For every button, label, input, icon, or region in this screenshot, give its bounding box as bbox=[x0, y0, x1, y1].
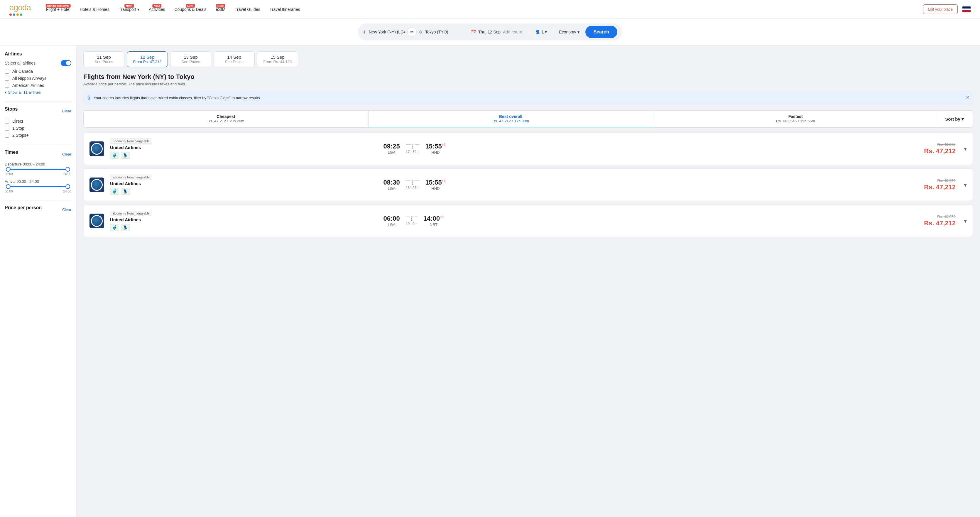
info-icon: ℹ bbox=[88, 94, 90, 101]
date-field[interactable]: 📅 Thu, 12 Sep Add return bbox=[466, 30, 527, 34]
nav-flight-hotel[interactable]: Bundle and save! Flight + Hotel bbox=[43, 5, 74, 14]
date-tab-3[interactable]: 14 Sep See Prices bbox=[213, 51, 255, 67]
arr-suffix-2: +1 bbox=[440, 215, 444, 219]
all-nippon-checkbox[interactable] bbox=[5, 76, 10, 81]
arr-suffix-1: +1 bbox=[442, 179, 446, 183]
stops-clear[interactable]: Clear bbox=[62, 109, 71, 113]
times-clear[interactable]: Clear bbox=[62, 152, 71, 156]
sort-cheapest-label: Cheapest bbox=[88, 114, 364, 119]
price-block-0: Rs. 40,052 Rs. 47,212 bbox=[924, 142, 956, 155]
flight-icons-0: 🧳 💺 bbox=[110, 152, 377, 159]
luggage-icon-0: 🧳 bbox=[110, 152, 119, 159]
nav-activities[interactable]: New! Activities bbox=[145, 5, 169, 14]
dep-start-label: 00:00 bbox=[5, 172, 13, 176]
destination-field[interactable]: ✈ bbox=[419, 29, 461, 35]
arr-time-2: 14:00+1 bbox=[423, 215, 444, 223]
stop-2plus[interactable]: 2 Stops+ bbox=[5, 133, 71, 138]
tab-day-3: 14 Sep bbox=[220, 54, 248, 60]
nav-travel-itineraries[interactable]: Travel Itineraries bbox=[266, 5, 304, 14]
sort-fastest[interactable]: Fastest Rs. 601,545 • 15h 55m bbox=[653, 111, 938, 127]
main-nav: Bundle and save! Flight + Hotel Hotels &… bbox=[43, 5, 923, 14]
uk-flag-icon[interactable] bbox=[963, 6, 970, 12]
expand-button-1[interactable]: ▾ bbox=[964, 181, 967, 188]
dep-time-block-0: 09:25 LGA bbox=[383, 143, 399, 154]
duration-dash-right-1 bbox=[415, 180, 419, 181]
destination-input[interactable] bbox=[425, 30, 461, 34]
search-button[interactable]: Search bbox=[585, 26, 617, 38]
header-right: List your place bbox=[923, 5, 970, 14]
flights-heading: Flights from New York (NY) to Tokyo bbox=[83, 73, 973, 81]
stop-1[interactable]: 1 Stop bbox=[5, 126, 71, 130]
sidebar: Airlines Select all airlines Air Canada … bbox=[0, 46, 76, 517]
airline-american[interactable]: American Airlines bbox=[5, 83, 71, 88]
air-canada-label: Air Canada bbox=[12, 69, 33, 74]
arrival-slider[interactable] bbox=[6, 186, 70, 187]
expand-button-2[interactable]: ▾ bbox=[964, 218, 967, 224]
nav-esim[interactable]: New! eSIM bbox=[212, 5, 229, 14]
date-tab-0[interactable]: 11 Sep See Prices bbox=[83, 51, 124, 67]
nav-transport[interactable]: New! Transport ▾ bbox=[115, 5, 143, 14]
arrival-slider-left[interactable] bbox=[6, 184, 11, 189]
add-return-link[interactable]: Add return bbox=[503, 30, 522, 34]
date-tab-2[interactable]: 13 Sep See Prices bbox=[170, 51, 211, 67]
main-layout: Airlines Select all airlines Air Canada … bbox=[0, 46, 980, 517]
price-filter: Price per person Clear bbox=[5, 205, 71, 214]
date-tab-4[interactable]: 15 Sep From Rs. 44,123 bbox=[257, 51, 298, 67]
origin-input[interactable] bbox=[369, 30, 405, 34]
show-more-airlines[interactable]: ▾ Show all 11 airlines bbox=[5, 90, 71, 94]
dep-time-block-2: 06:00 LGA bbox=[383, 215, 399, 227]
price-clear[interactable]: Clear bbox=[62, 207, 71, 212]
airline-all-nippon[interactable]: All Nippon Airways bbox=[5, 76, 71, 81]
date-tab-1[interactable]: 12 Sep From Rs. 47,212 bbox=[127, 51, 168, 67]
sort-fastest-price: Rs. 601,545 • 15h 55m bbox=[658, 119, 933, 123]
stops-header: Stops Clear bbox=[5, 107, 71, 115]
info-text: Your search includes flights that have m… bbox=[94, 95, 968, 100]
person-icon: 👤 bbox=[535, 30, 540, 34]
flight-card-0: Economy Nonchangeable United Airlines 🧳 … bbox=[83, 132, 973, 165]
1-stop-checkbox[interactable] bbox=[5, 126, 10, 130]
nav-travel-guides[interactable]: Travel Guides bbox=[231, 5, 264, 14]
show-more-chevron-icon: ▾ bbox=[5, 90, 7, 94]
sort-cheapest[interactable]: Cheapest Rs. 47,212 • 20h 20m bbox=[84, 111, 369, 127]
stop-direct[interactable]: Direct bbox=[5, 119, 71, 124]
departure-slider-left[interactable] bbox=[6, 167, 11, 172]
arrival-slider-right[interactable] bbox=[65, 184, 70, 189]
sort-best-overall[interactable]: Best overall Rs. 47,212 • 17h 30m bbox=[369, 111, 654, 127]
airlines-title: Airlines bbox=[5, 51, 71, 57]
duration-dash-right-2 bbox=[414, 216, 417, 217]
airline-globe-icon-2 bbox=[91, 215, 103, 227]
arr-time-block-2: 14:00+1 NRT bbox=[423, 215, 444, 227]
nav-coupons-deals[interactable]: New! Coupons & Deals bbox=[171, 5, 210, 14]
passengers-field[interactable]: 👤 1 ▾ bbox=[532, 30, 550, 34]
nav-badge-flight-hotel: Bundle and save! bbox=[46, 4, 71, 8]
stop-dot-0 bbox=[412, 144, 414, 146]
info-close-button[interactable]: ✕ bbox=[966, 94, 969, 100]
search-bar-wrapper: ✈ ⇄ ✈ 📅 Thu, 12 Sep Add return 👤 1 ▾ Eco… bbox=[0, 19, 980, 46]
main-content: 11 Sep See Prices 12 Sep From Rs. 47,212… bbox=[76, 46, 980, 517]
direct-checkbox[interactable] bbox=[5, 119, 10, 124]
origin-field[interactable]: ✈ bbox=[363, 29, 405, 35]
2-stops-label: 2 Stops+ bbox=[12, 133, 29, 138]
swap-button[interactable]: ⇄ bbox=[407, 27, 417, 37]
departure-plane-icon: ✈ bbox=[363, 29, 366, 35]
nav-hotels-homes[interactable]: Hotels & Homes bbox=[76, 5, 113, 14]
logo-dot-green bbox=[20, 13, 22, 16]
stop-dot-1 bbox=[412, 180, 414, 181]
sort-by-tab[interactable]: Sort by ▾ bbox=[938, 111, 973, 127]
tab-price-4: From Rs. 44,123 bbox=[263, 60, 292, 64]
2-stops-checkbox[interactable] bbox=[5, 133, 10, 138]
original-price-1: Rs. 40,052 bbox=[924, 178, 956, 183]
departure-slider-right[interactable] bbox=[65, 167, 70, 172]
american-checkbox[interactable] bbox=[5, 83, 10, 88]
air-canada-checkbox[interactable] bbox=[5, 69, 10, 74]
airline-logo-1 bbox=[89, 178, 104, 192]
expand-button-0[interactable]: ▾ bbox=[964, 145, 967, 152]
select-all-toggle[interactable] bbox=[61, 60, 71, 66]
duration-block-0: 1 17h 30m bbox=[406, 144, 420, 154]
cabin-field[interactable]: Economy ▾ bbox=[555, 30, 583, 34]
airline-air-canada[interactable]: Air Canada bbox=[5, 69, 71, 74]
list-place-button[interactable]: List your place bbox=[923, 5, 958, 14]
all-nippon-label: All Nippon Airways bbox=[12, 76, 46, 81]
sort-fastest-label: Fastest bbox=[658, 114, 933, 119]
departure-slider[interactable] bbox=[6, 169, 70, 170]
